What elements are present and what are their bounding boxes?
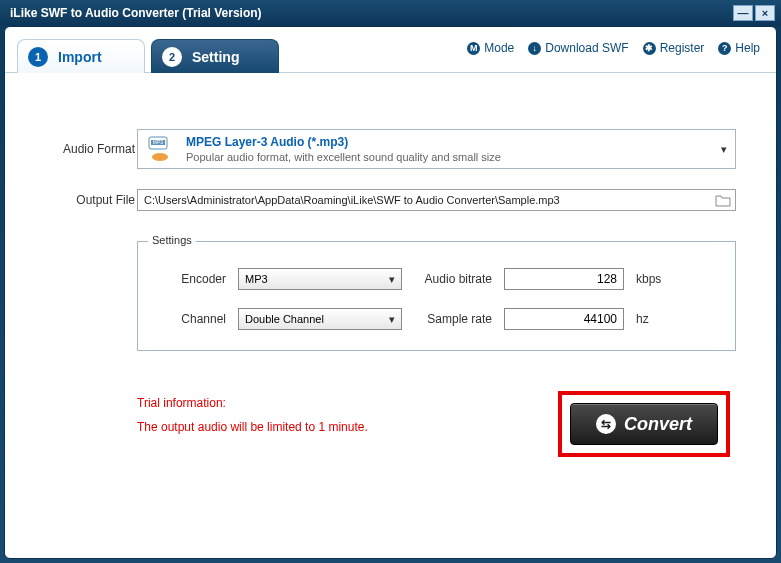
content: Audio Format MP3 MPEG Layer-3 Audio (*.m… — [5, 73, 776, 475]
row-output-file: Output File C:\Users\Administrator\AppDa… — [45, 189, 736, 211]
trial-title: Trial information: — [137, 391, 368, 415]
format-title: MPEG Layer-3 Audio (*.mp3) — [186, 135, 501, 149]
nav-download-swf[interactable]: ↓ Download SWF — [528, 41, 628, 55]
browse-folder-icon[interactable] — [715, 193, 731, 207]
label-encoder: Encoder — [162, 272, 226, 286]
chevron-down-icon: ▾ — [721, 143, 727, 156]
convert-highlight: ⇆ Convert — [558, 391, 730, 457]
trial-info: Trial information: The output audio will… — [137, 391, 368, 439]
output-path-value: C:\Users\Administrator\AppData\Roaming\i… — [144, 194, 560, 206]
app-body: 1 Import 2 Setting M Mode ↓ Download SWF — [4, 26, 777, 559]
channel-select[interactable]: Double Channel — [238, 308, 402, 330]
tabs: 1 Import 2 Setting — [17, 39, 279, 73]
encoder-select[interactable]: MP3 — [238, 268, 402, 290]
nav-mode[interactable]: M Mode — [467, 41, 514, 55]
nav-label: Mode — [484, 41, 514, 55]
convert-button[interactable]: ⇆ Convert — [570, 403, 718, 445]
window-title: iLike SWF to Audio Converter (Trial Vers… — [10, 6, 262, 20]
trial-message: The output audio will be limited to 1 mi… — [137, 415, 368, 439]
tab-label: Setting — [192, 49, 239, 65]
row-audio-format: Audio Format MP3 MPEG Layer-3 Audio (*.m… — [45, 129, 736, 169]
tab-number-icon: 2 — [162, 47, 182, 67]
convert-label: Convert — [624, 414, 692, 435]
nav-label: Download SWF — [545, 41, 628, 55]
label-audio-format: Audio Format — [45, 142, 137, 156]
nav-links: M Mode ↓ Download SWF ✱ Register ? Help — [467, 41, 760, 55]
tab-number-icon: 1 — [28, 47, 48, 67]
label-channel: Channel — [162, 312, 226, 326]
tab-label: Import — [58, 49, 102, 65]
nav-label: Register — [660, 41, 705, 55]
tab-import[interactable]: 1 Import — [17, 39, 145, 73]
header: 1 Import 2 Setting M Mode ↓ Download SWF — [5, 27, 776, 73]
audio-format-select[interactable]: MP3 MPEG Layer-3 Audio (*.mp3) Popular a… — [137, 129, 736, 169]
titlebar: iLike SWF to Audio Converter (Trial Vers… — [0, 0, 781, 26]
convert-icon: ⇆ — [596, 414, 616, 434]
minimize-button[interactable]: — — [733, 5, 753, 21]
register-icon: ✱ — [643, 42, 656, 55]
app-window: iLike SWF to Audio Converter (Trial Vers… — [0, 0, 781, 563]
close-button[interactable]: × — [755, 5, 775, 21]
download-icon: ↓ — [528, 42, 541, 55]
unit-kbps: kbps — [636, 272, 672, 286]
settings-group: Settings Encoder MP3 Audio bitrate 128 k… — [137, 241, 736, 351]
sample-rate-input[interactable]: 44100 — [504, 308, 624, 330]
svg-point-3 — [152, 153, 168, 161]
nav-label: Help — [735, 41, 760, 55]
output-file-field[interactable]: C:\Users\Administrator\AppData\Roaming\i… — [137, 189, 736, 211]
mode-icon: M — [467, 42, 480, 55]
format-subtitle: Popular audio format, with excellent sou… — [186, 151, 501, 163]
settings-legend: Settings — [148, 234, 196, 246]
footer: Trial information: The output audio will… — [137, 391, 730, 457]
help-icon: ? — [718, 42, 731, 55]
unit-hz: hz — [636, 312, 672, 326]
label-audio-bitrate: Audio bitrate — [414, 272, 492, 286]
audio-bitrate-input[interactable]: 128 — [504, 268, 624, 290]
nav-help[interactable]: ? Help — [718, 41, 760, 55]
nav-register[interactable]: ✱ Register — [643, 41, 705, 55]
svg-text:MP3: MP3 — [153, 139, 164, 145]
tab-setting[interactable]: 2 Setting — [151, 39, 279, 73]
label-sample-rate: Sample rate — [414, 312, 492, 326]
mp3-file-icon: MP3 — [146, 136, 176, 162]
label-output-file: Output File — [45, 193, 137, 207]
